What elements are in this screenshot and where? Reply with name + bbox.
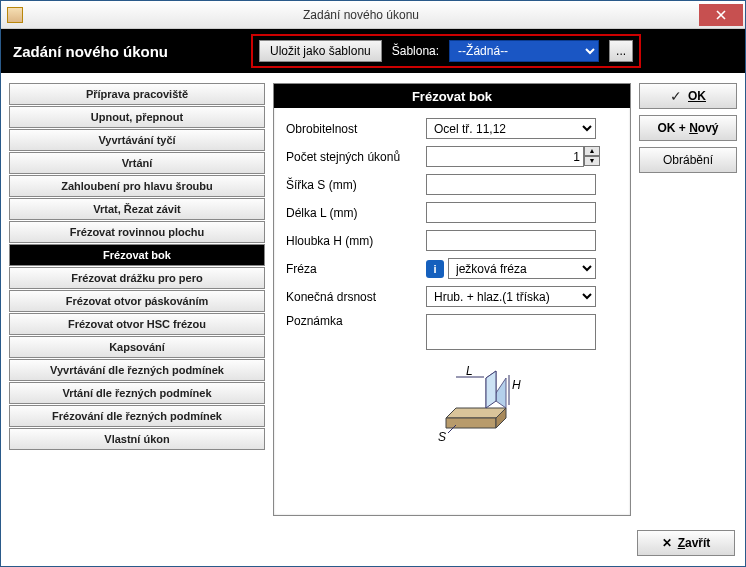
note-label: Poznámka — [286, 314, 426, 328]
template-browse-button[interactable]: ... — [609, 40, 633, 62]
depth-label: Hloubka H (mm) — [286, 234, 426, 248]
operation-item[interactable]: Upnout, přepnout — [9, 106, 265, 128]
operation-item[interactable]: Kapsování — [9, 336, 265, 358]
window-title: Zadání nového úkonu — [23, 8, 699, 22]
operation-item[interactable]: Frézovat drážku pro pero — [9, 267, 265, 289]
machinability-label: Obrobitelnost — [286, 122, 426, 136]
svg-text:H: H — [512, 378, 521, 392]
template-box: Uložit jako šablonu Šablona: --Žádná-- .… — [251, 34, 641, 68]
save-as-template-button[interactable]: Uložit jako šablonu — [259, 40, 382, 62]
length-label: Délka L (mm) — [286, 206, 426, 220]
operation-item[interactable]: Zahloubení pro hlavu šroubu — [9, 175, 265, 197]
x-icon: ✕ — [662, 536, 672, 550]
length-input[interactable] — [426, 202, 596, 223]
width-label: Šířka S (mm) — [286, 178, 426, 192]
check-icon: ✓ — [670, 88, 682, 104]
machining-button[interactable]: Obrábění — [639, 147, 737, 173]
svg-text:L: L — [466, 364, 473, 378]
count-input[interactable] — [426, 146, 584, 167]
roughness-label: Konečná drsnost — [286, 290, 426, 304]
dimension-diagram: L H S — [426, 363, 618, 446]
body: Příprava pracovištěUpnout, přepnoutVyvrt… — [1, 73, 745, 524]
detail-panel: Frézovat bok Obrobitelnost Ocel tř. 11,1… — [273, 83, 631, 516]
operation-item[interactable]: Frézovat bok — [9, 244, 265, 266]
titlebar: Zadání nového úkonu — [1, 1, 745, 29]
form: Obrobitelnost Ocel tř. 11,12 Počet stejn… — [274, 108, 630, 456]
footer: ✕ Zavřít — [1, 524, 745, 566]
operation-item[interactable]: Frézovat otvor HSC frézou — [9, 313, 265, 335]
cutter-select[interactable]: ježková fréza — [448, 258, 596, 279]
header-bar: Zadání nového úkonu Uložit jako šablonu … — [1, 29, 745, 73]
count-stepper[interactable]: ▲ ▼ — [426, 146, 596, 167]
svg-text:S: S — [438, 430, 446, 443]
count-label: Počet stejných úkonů — [286, 150, 426, 164]
close-icon[interactable] — [699, 4, 743, 26]
operation-item[interactable]: Vrtání — [9, 152, 265, 174]
operation-item[interactable]: Frézovat rovinnou plochu — [9, 221, 265, 243]
svg-marker-4 — [486, 371, 496, 408]
roughness-select[interactable]: Hrub. + hlaz.(1 tříska) — [426, 286, 596, 307]
operation-list: Příprava pracovištěUpnout, přepnoutVyvrt… — [9, 83, 265, 516]
machinability-select[interactable]: Ocel tř. 11,12 — [426, 118, 596, 139]
operation-item[interactable]: Vyvrtávání tyčí — [9, 129, 265, 151]
count-down-button[interactable]: ▼ — [584, 156, 600, 166]
app-icon — [7, 7, 23, 23]
close-button[interactable]: ✕ Zavřít — [637, 530, 735, 556]
operation-item[interactable]: Příprava pracoviště — [9, 83, 265, 105]
svg-marker-1 — [446, 418, 496, 428]
info-icon[interactable]: i — [426, 260, 444, 278]
operation-item[interactable]: Vrtání dle řezných podmínek — [9, 382, 265, 404]
window: Zadání nového úkonu Zadání nového úkonu … — [0, 0, 746, 567]
count-up-button[interactable]: ▲ — [584, 146, 600, 156]
operation-item[interactable]: Frézovat otvor páskováním — [9, 290, 265, 312]
depth-input[interactable] — [426, 230, 596, 251]
right-buttons: ✓ OK OK + Nový Obrábění — [639, 83, 737, 516]
ok-button[interactable]: ✓ OK — [639, 83, 737, 109]
note-input[interactable] — [426, 314, 596, 350]
template-label: Šablona: — [392, 44, 439, 58]
operation-item[interactable]: Vlastní úkon — [9, 428, 265, 450]
template-select[interactable]: --Žádná-- — [449, 40, 599, 62]
ok-new-button[interactable]: OK + Nový — [639, 115, 737, 141]
header-title: Zadání nového úkonu — [13, 43, 243, 60]
cutter-label: Fréza — [286, 262, 426, 276]
operation-item[interactable]: Vrtat, Řezat závit — [9, 198, 265, 220]
operation-item[interactable]: Vyvrtávání dle řezných podmínek — [9, 359, 265, 381]
panel-title: Frézovat bok — [274, 84, 630, 108]
operation-item[interactable]: Frézování dle řezných podmínek — [9, 405, 265, 427]
width-input[interactable] — [426, 174, 596, 195]
